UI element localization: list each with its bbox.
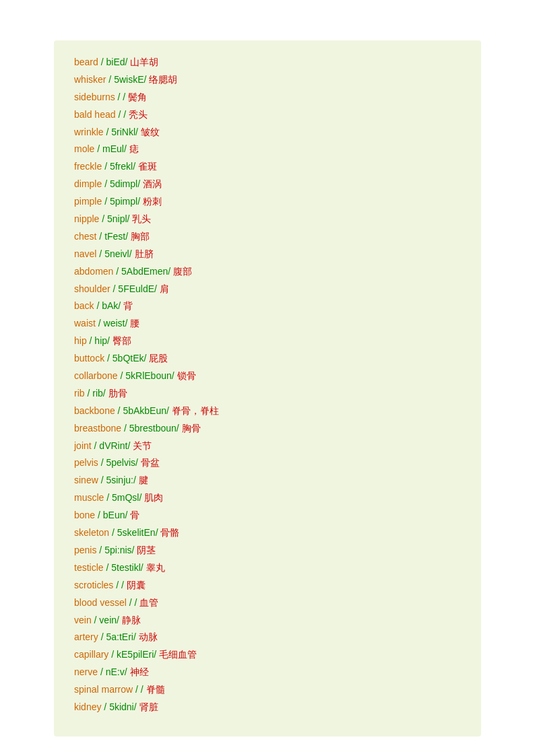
word-phonetic: / dVRint/ xyxy=(94,440,131,451)
list-item: scroticles / / 阴囊 xyxy=(74,577,461,594)
list-item: shoulder / 5FEuldE/ 肩 xyxy=(74,281,461,298)
word-english: collarbone xyxy=(74,370,118,381)
list-item: kidney / 5kidni/ 肾脏 xyxy=(74,699,461,716)
word-phonetic: / hip/ xyxy=(90,335,110,346)
word-english: breastbone xyxy=(74,423,121,434)
word-chinese: 静脉 xyxy=(122,615,141,625)
word-english: nerve xyxy=(74,666,98,677)
word-phonetic: / rib/ xyxy=(87,388,105,399)
word-english: muscle xyxy=(74,492,104,503)
word-english: capillary xyxy=(74,649,108,660)
list-item: collarbone / 5kRlEboun/ 锁骨 xyxy=(74,368,461,385)
word-english: penis xyxy=(74,545,96,555)
list-item: skeleton / 5skelitEn/ 骨骼 xyxy=(74,524,461,542)
word-phonetic: / 5wiskE/ xyxy=(108,74,146,85)
word-english: waist xyxy=(74,318,96,329)
word-chinese: 肾脏 xyxy=(139,701,158,712)
page-container: beard / biEd/ 山羊胡whisker / 5wiskE/ 络腮胡si… xyxy=(54,40,481,736)
word-chinese: 睾丸 xyxy=(146,562,165,573)
word-chinese: 络腮胡 xyxy=(149,74,177,85)
word-phonetic: / 5FEuldE/ xyxy=(113,283,157,294)
list-item: testicle / 5testikl/ 睾丸 xyxy=(74,559,461,577)
word-english: freckle xyxy=(74,161,102,172)
word-chinese: 关节 xyxy=(133,440,152,451)
word-phonetic: / kE5pilEri/ xyxy=(111,649,156,660)
word-english: back xyxy=(74,300,94,311)
word-chinese: 阴囊 xyxy=(127,580,146,590)
list-item: muscle / 5mQsl/ 肌肉 xyxy=(74,489,461,507)
word-chinese: 腱 xyxy=(139,475,148,485)
word-english: rib xyxy=(74,388,85,399)
word-english: whisker xyxy=(74,74,106,85)
word-chinese: 锁骨 xyxy=(177,370,196,381)
word-english: bone xyxy=(74,510,95,520)
word-chinese: 肩 xyxy=(160,283,169,294)
list-item: chest / tFest/ 胸部 xyxy=(74,228,461,246)
word-english: chest xyxy=(74,231,96,242)
word-phonetic: / 5nipl/ xyxy=(102,213,129,224)
list-item: sinew / 5sinju:/ 腱 xyxy=(74,472,461,489)
word-phonetic: / 5riNkl/ xyxy=(106,127,137,137)
list-item: artery / 5a:tEri/ 动脉 xyxy=(74,629,461,646)
list-item: beard / biEd/ 山羊胡 xyxy=(74,54,461,71)
word-chinese: 粉刺 xyxy=(143,196,162,207)
word-chinese: 肌肉 xyxy=(144,492,163,503)
word-chinese: 脊髓 xyxy=(146,684,165,695)
word-chinese: 山羊胡 xyxy=(130,57,158,67)
list-item: nerve / nE:v/ 神经 xyxy=(74,664,461,681)
word-phonetic: / biEd/ xyxy=(101,57,128,67)
word-phonetic: / / xyxy=(129,597,137,608)
word-chinese: 痣 xyxy=(129,143,139,154)
word-english: blood vessel xyxy=(74,597,127,608)
vocab-list: beard / biEd/ 山羊胡whisker / 5wiskE/ 络腮胡si… xyxy=(74,54,461,716)
list-item: rib / rib/ 肋骨 xyxy=(74,385,461,403)
word-english: skeleton xyxy=(74,527,109,538)
word-phonetic: / 5brestboun/ xyxy=(124,423,179,434)
word-chinese: 血管 xyxy=(139,597,158,608)
word-phonetic: / 5kidni/ xyxy=(104,701,136,712)
list-item: capillary / kE5pilEri/ 毛细血管 xyxy=(74,646,461,664)
list-item: abdomen / 5AbdEmen/ 腹部 xyxy=(74,263,461,281)
word-chinese: 肋骨 xyxy=(108,388,127,399)
word-english: testicle xyxy=(74,562,104,573)
word-english: beard xyxy=(74,57,98,67)
word-chinese: 雀斑 xyxy=(138,161,157,172)
word-phonetic: / 5kRlEboun/ xyxy=(121,370,175,381)
word-english: joint xyxy=(74,440,92,451)
word-english: navel xyxy=(74,248,96,259)
word-phonetic: / 5bQtEk/ xyxy=(107,353,146,364)
word-english: wrinkle xyxy=(74,127,104,137)
word-chinese: 脊骨，脊柱 xyxy=(172,405,219,416)
word-chinese: 酒涡 xyxy=(143,178,162,189)
list-item: blood vessel / / 血管 xyxy=(74,594,461,612)
word-phonetic: / 5bAkbEun/ xyxy=(118,405,169,416)
word-phonetic: / tFest/ xyxy=(99,231,128,242)
list-item: penis / 5pi:nis/ 阴茎 xyxy=(74,542,461,559)
word-phonetic: / 5AbdEmen/ xyxy=(116,266,170,277)
list-item: mole / mEul/ 痣 xyxy=(74,141,461,158)
word-chinese: 腹部 xyxy=(173,266,192,277)
word-english: pelvis xyxy=(74,457,98,468)
word-chinese: 肚脐 xyxy=(135,248,154,259)
word-chinese: 阴茎 xyxy=(137,545,156,555)
word-english: sinew xyxy=(74,475,98,485)
list-item: bone / bEun/ 骨 xyxy=(74,507,461,524)
word-phonetic: / 5neivl/ xyxy=(99,248,131,259)
word-phonetic: / / xyxy=(116,580,124,590)
word-english: pimple xyxy=(74,196,102,207)
word-chinese: 秃头 xyxy=(129,109,148,120)
word-chinese: 毛细血管 xyxy=(159,649,197,660)
word-chinese: 神经 xyxy=(130,666,149,677)
word-phonetic: / vein/ xyxy=(94,615,119,625)
word-phonetic: / / xyxy=(118,109,126,120)
word-chinese: 骨盆 xyxy=(141,457,160,468)
word-chinese: 皱纹 xyxy=(141,127,160,137)
list-item: dimple / 5dimpl/ 酒涡 xyxy=(74,176,461,193)
list-item: bald head / / 秃头 xyxy=(74,106,461,124)
word-english: buttock xyxy=(74,353,104,364)
list-item: nipple / 5nipl/ 乳头 xyxy=(74,211,461,228)
list-item: navel / 5neivl/ 肚脐 xyxy=(74,246,461,263)
word-chinese: 胸部 xyxy=(131,231,150,242)
word-english: sideburns xyxy=(74,92,115,102)
word-english: vein xyxy=(74,615,92,625)
